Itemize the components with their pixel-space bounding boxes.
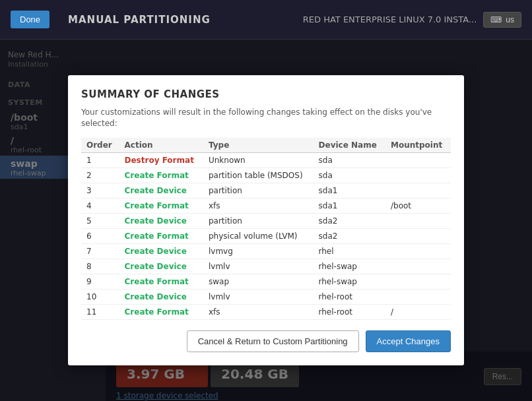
installer-title: RED HAT ENTERPRISE LINUX 7.0 INSTA...	[303, 15, 477, 24]
row-type: Unknown	[203, 153, 314, 168]
row-type: lvmlv	[203, 259, 314, 274]
row-mountpoint	[385, 214, 451, 229]
main-content: New Red H... Installation DATA SYSTEM /b…	[0, 40, 532, 401]
row-device: sda1	[314, 199, 385, 214]
row-device: sda2	[314, 214, 385, 229]
row-mountpoint	[385, 244, 451, 259]
row-order: 8	[81, 259, 119, 274]
table-row: 7Create Devicelvmvgrhel	[81, 244, 451, 259]
col-type: Type	[203, 138, 314, 153]
summary-modal: SUMMARY OF CHANGES Your customizations w…	[68, 75, 464, 366]
row-mountpoint	[385, 229, 451, 244]
row-order: 10	[81, 290, 119, 305]
col-device: Device Name	[314, 138, 385, 153]
row-order: 1	[81, 153, 119, 168]
col-order: Order	[81, 138, 119, 153]
modal-overlay: SUMMARY OF CHANGES Your customizations w…	[0, 40, 532, 401]
table-row: 9Create Formatswaprhel-swap	[81, 274, 451, 290]
row-order: 6	[81, 229, 119, 244]
row-mountpoint	[385, 183, 451, 199]
row-action: Create Device	[119, 214, 203, 229]
row-action: Create Device	[119, 244, 203, 259]
row-mountpoint	[385, 259, 451, 274]
row-order: 7	[81, 244, 119, 259]
row-mountpoint: /	[385, 305, 451, 320]
modal-description: Your customizations will result in the f…	[81, 107, 451, 129]
modal-title: SUMMARY OF CHANGES	[81, 88, 451, 100]
accept-changes-button[interactable]: Accept Changes	[366, 330, 451, 352]
row-mountpoint	[385, 153, 451, 168]
row-device: rhel-root	[314, 305, 385, 320]
table-row: 4Create Formatxfssda1/boot	[81, 199, 451, 214]
row-type: partition	[203, 214, 314, 229]
changes-table: Order Action Type Device Name Mountpoint…	[81, 138, 451, 320]
col-mountpoint: Mountpoint	[385, 138, 451, 153]
row-action: Create Device	[119, 290, 203, 305]
row-device: rhel	[314, 244, 385, 259]
row-order: 3	[81, 183, 119, 199]
row-type: lvmlv	[203, 290, 314, 305]
row-action: Create Device	[119, 183, 203, 199]
col-action: Action	[119, 138, 203, 153]
top-bar: Done MANUAL PARTITIONING RED HAT ENTERPR…	[0, 0, 532, 40]
row-order: 5	[81, 214, 119, 229]
row-order: 9	[81, 274, 119, 290]
keyboard-icon: ⌨	[490, 15, 502, 24]
row-device: sda	[314, 168, 385, 183]
table-row: 1Destroy FormatUnknownsda	[81, 153, 451, 168]
page-title: MANUAL PARTITIONING	[68, 14, 211, 26]
row-mountpoint	[385, 274, 451, 290]
row-type: lvmvg	[203, 244, 314, 259]
row-device: sda	[314, 153, 385, 168]
table-row: 5Create Devicepartitionsda2	[81, 214, 451, 229]
table-row: 8Create Devicelvmlvrhel-swap	[81, 259, 451, 274]
row-action: Create Format	[119, 305, 203, 320]
row-mountpoint: /boot	[385, 199, 451, 214]
row-type: physical volume (LVM)	[203, 229, 314, 244]
row-order: 11	[81, 305, 119, 320]
row-mountpoint	[385, 168, 451, 183]
row-action: Create Format	[119, 229, 203, 244]
row-device: sda1	[314, 183, 385, 199]
table-row: 11Create Formatxfsrhel-root/	[81, 305, 451, 320]
row-action: Create Format	[119, 168, 203, 183]
row-action: Create Format	[119, 199, 203, 214]
keyboard-button[interactable]: ⌨ us	[483, 12, 521, 28]
table-row: 3Create Devicepartitionsda1	[81, 183, 451, 199]
row-device: sda2	[314, 229, 385, 244]
table-row: 10Create Devicelvmlvrhel-root	[81, 290, 451, 305]
row-order: 4	[81, 199, 119, 214]
cancel-button[interactable]: Cancel & Return to Custom Partitioning	[187, 330, 359, 352]
row-type: xfs	[203, 305, 314, 320]
keyboard-locale: us	[506, 15, 514, 24]
row-device: rhel-swap	[314, 274, 385, 290]
table-row: 2Create Formatpartition table (MSDOS)sda	[81, 168, 451, 183]
row-order: 2	[81, 168, 119, 183]
row-mountpoint	[385, 290, 451, 305]
row-type: swap	[203, 274, 314, 290]
done-button[interactable]: Done	[11, 11, 50, 28]
modal-footer: Cancel & Return to Custom Partitioning A…	[81, 330, 451, 352]
table-row: 6Create Formatphysical volume (LVM)sda2	[81, 229, 451, 244]
row-action: Create Format	[119, 274, 203, 290]
row-device: rhel-swap	[314, 259, 385, 274]
row-device: rhel-root	[314, 290, 385, 305]
row-type: partition	[203, 183, 314, 199]
row-action: Create Device	[119, 259, 203, 274]
row-type: xfs	[203, 199, 314, 214]
row-action: Destroy Format	[119, 153, 203, 168]
row-type: partition table (MSDOS)	[203, 168, 314, 183]
